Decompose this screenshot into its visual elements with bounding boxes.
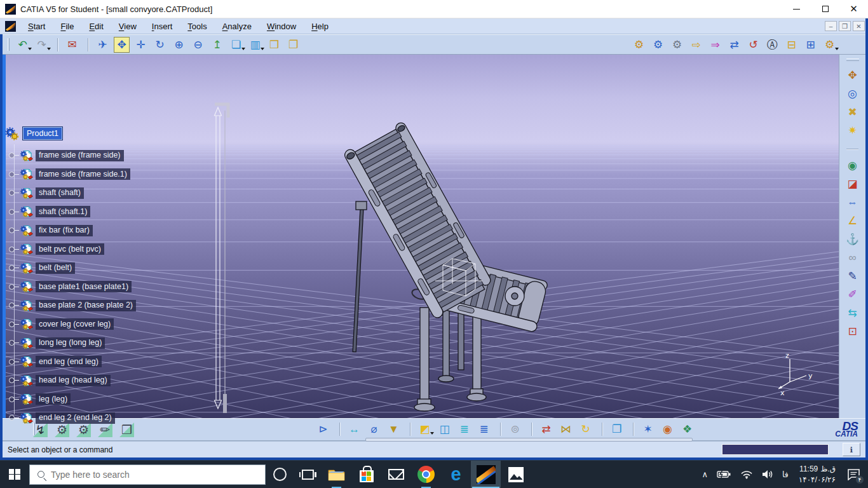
- menu-item[interactable]: View: [111, 20, 144, 32]
- undo-icon[interactable]: ↶: [15, 37, 31, 53]
- info-button[interactable]: ℹ: [843, 443, 860, 456]
- instantiate-from-document-icon[interactable]: ⊳: [315, 421, 331, 437]
- tree-item-label[interactable]: long leg (long leg): [36, 337, 105, 349]
- menu-item[interactable]: Edit: [81, 20, 111, 32]
- taskbar-app-mail[interactable]: [381, 461, 411, 488]
- offset-constraint-icon[interactable]: ⇔: [844, 194, 860, 210]
- update-positions-icon[interactable]: ⇄: [538, 421, 554, 437]
- maximize-button[interactable]: [811, 0, 839, 18]
- tree-item-label[interactable]: shaft (shaft): [36, 187, 84, 199]
- tree-item-label[interactable]: end leg (end leg): [36, 356, 102, 367]
- selective-load-icon[interactable]: ⊟: [783, 37, 799, 53]
- tree-item[interactable]: head leg (head leg): [3, 371, 136, 390]
- contact-constraint-icon[interactable]: ◪: [844, 176, 860, 192]
- toolbar-drag-handle[interactable]: [8, 38, 10, 51]
- fast-multi-instantiation-icon[interactable]: ⚙: [822, 37, 837, 53]
- volume-status[interactable]: [757, 461, 778, 488]
- language-indicator[interactable]: فا: [778, 461, 793, 488]
- start-button[interactable]: [0, 461, 29, 488]
- tree-item[interactable]: shaft (shaft): [3, 184, 136, 203]
- redo-icon[interactable]: ↷: [34, 37, 50, 53]
- zoom-in-icon[interactable]: ⊕: [171, 37, 187, 53]
- smart-move-icon[interactable]: ✖: [844, 104, 860, 120]
- rotate-icon[interactable]: ↻: [152, 37, 168, 53]
- fix-together-icon[interactable]: ∞: [844, 250, 860, 266]
- tree-item[interactable]: shaft (shaft.1): [3, 203, 136, 222]
- quick-constraint-icon[interactable]: ✎: [844, 268, 860, 284]
- sectioning-icon[interactable]: ◫: [437, 421, 452, 437]
- measure-item-icon[interactable]: ⌀: [366, 421, 382, 437]
- hide-show-icon[interactable]: ❒: [266, 37, 282, 53]
- distance-band-icon[interactable]: ≣: [456, 421, 472, 437]
- tree-expand-handle[interactable]: [9, 265, 15, 271]
- tree-item-label[interactable]: base plate1 (base plate1): [36, 281, 132, 292]
- apply-material-icon[interactable]: ❖: [679, 421, 695, 437]
- update-hourglass-icon[interactable]: ⋈: [558, 421, 574, 437]
- tree-item-label[interactable]: belt (belt): [36, 262, 75, 274]
- explode-icon[interactable]: ✷: [844, 123, 860, 139]
- close-button[interactable]: ✕: [839, 0, 868, 18]
- existing-component-icon[interactable]: ⇨: [688, 37, 704, 53]
- reuse-pattern-icon[interactable]: ⊡: [844, 323, 860, 339]
- cortana-button[interactable]: [266, 461, 294, 488]
- tree-expand-handle[interactable]: [9, 227, 15, 233]
- fix-constraint-icon[interactable]: ⚓: [844, 231, 860, 247]
- mdi-minimize-button[interactable]: –: [825, 21, 837, 31]
- measure-inertia-icon[interactable]: ▼: [386, 421, 402, 437]
- new-component-icon[interactable]: ⚙: [631, 37, 647, 53]
- tree-item-label[interactable]: cover leg (cover leg): [36, 318, 114, 330]
- advanced-search-icon[interactable]: ✶: [640, 421, 656, 437]
- tray-overflow-chevron[interactable]: ∧: [697, 461, 712, 488]
- flexible-rigid-icon[interactable]: ✐: [844, 287, 860, 302]
- tree-expand-handle[interactable]: [9, 209, 15, 215]
- menu-item[interactable]: Start: [20, 20, 53, 32]
- tree-item-label[interactable]: frame side (frame side): [36, 150, 124, 161]
- tree-item[interactable]: belt (belt): [3, 259, 136, 278]
- change-constraint-icon[interactable]: ⇆: [844, 305, 860, 321]
- tree-item-label[interactable]: leg (leg): [36, 393, 71, 405]
- tree-item-label[interactable]: base plate 2 (base plate 2): [36, 300, 136, 311]
- taskbar-app-store[interactable]: [351, 461, 381, 488]
- taskbar-app-chrome[interactable]: [411, 461, 441, 488]
- tree-expand-handle[interactable]: [9, 359, 15, 365]
- taskbar-clock[interactable]: 11:59ق.ظ ۱۴۰۴/۰۶/۲۶: [793, 464, 841, 484]
- generate-numbering-icon[interactable]: Ⓐ: [764, 37, 780, 53]
- tree-root-item[interactable]: Product1: [3, 124, 136, 143]
- mdi-restore-button[interactable]: ❐: [839, 21, 851, 31]
- minimize-button[interactable]: [782, 0, 811, 18]
- menu-item[interactable]: Window: [259, 20, 304, 32]
- manipulation-icon[interactable]: ✥: [844, 67, 860, 83]
- manage-representations-icon[interactable]: ⊞: [803, 37, 818, 53]
- tree-item[interactable]: belt pvc (belt pvc): [3, 240, 136, 259]
- graph-tree-reordering-icon[interactable]: ↺: [745, 37, 761, 53]
- mdi-close-button[interactable]: ✕: [853, 21, 865, 31]
- snapshot-loop-icon[interactable]: ⊚: [507, 421, 523, 437]
- taskbar-app-photos[interactable]: [501, 461, 531, 488]
- view-mode-icon[interactable]: ▥: [247, 37, 263, 53]
- tree-expand-handle[interactable]: [9, 415, 15, 421]
- tree-item-label[interactable]: shaft (shaft.1): [36, 206, 90, 217]
- tree-expand-handle[interactable]: [9, 152, 15, 158]
- tree-expand-handle[interactable]: [9, 377, 15, 383]
- menu-item[interactable]: File: [53, 20, 81, 32]
- knowledge-catalog-icon[interactable]: ❐: [609, 421, 625, 437]
- replace-component-icon[interactable]: ⇄: [726, 37, 742, 53]
- network-status[interactable]: [736, 461, 757, 488]
- tree-expand-handle[interactable]: [9, 322, 15, 327]
- tree-expand-handle[interactable]: [9, 340, 15, 346]
- pan-icon[interactable]: ✛: [133, 37, 149, 53]
- tree-item[interactable]: base plate1 (base plate1): [3, 278, 136, 297]
- menu-item[interactable]: Analyze: [215, 20, 259, 32]
- tree-expand-handle[interactable]: [9, 396, 15, 402]
- tree-item[interactable]: fix bar (fix bar): [3, 221, 136, 240]
- angle-constraint-icon[interactable]: ∠: [844, 213, 860, 229]
- search-input[interactable]: [51, 470, 229, 480]
- tree-expand-handle[interactable]: [9, 190, 15, 196]
- tree-item[interactable]: end leg 2 (end leg 2): [3, 409, 136, 428]
- tree-item-label[interactable]: end leg 2 (end leg 2): [36, 412, 115, 424]
- action-center-button[interactable]: ۴: [841, 461, 868, 488]
- tree-item-label[interactable]: fix bar (fix bar): [36, 225, 93, 236]
- toolbar-drag-handle[interactable]: [846, 58, 859, 61]
- tree-expand-handle[interactable]: [9, 172, 15, 177]
- tree-item-label[interactable]: belt pvc (belt pvc): [36, 243, 104, 255]
